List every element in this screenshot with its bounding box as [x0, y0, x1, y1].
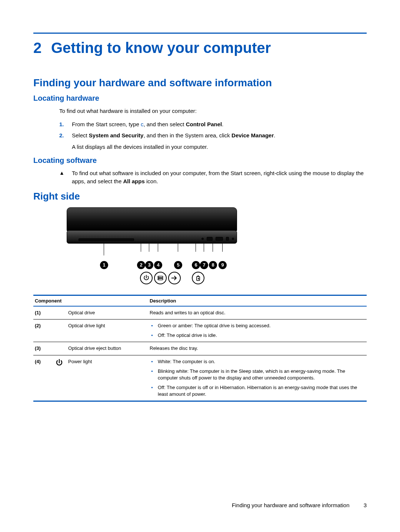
callout-3: 3 — [145, 261, 153, 269]
callout-7: 7 — [200, 261, 208, 269]
svg-point-3 — [159, 279, 159, 280]
locating-software-text: To find out what software is included on… — [72, 169, 367, 185]
step-1-post1: , and then select — [143, 121, 186, 127]
callout-2: 2 — [137, 261, 145, 269]
callout-1: 1 — [100, 261, 108, 269]
row2-desc: Green or amber: The optical drive is bei… — [148, 319, 367, 342]
svg-point-2 — [159, 277, 159, 277]
callout-8: 8 — [209, 261, 217, 269]
big-indicator-icons — [67, 272, 237, 288]
page-footer: Finding your hardware and software infor… — [232, 502, 367, 508]
row3-name: Optical drive eject button — [67, 342, 148, 355]
port-dot — [201, 238, 204, 240]
row2-desc-item2: Off: The optical drive is idle. — [151, 332, 365, 339]
step-1-bold: Control Panel — [186, 121, 222, 127]
ports-strip — [164, 236, 234, 242]
battery-icon — [192, 272, 204, 284]
row3-desc: Releases the disc tray. — [148, 342, 367, 355]
chapter-heading: 2 Getting to know your computer — [33, 40, 367, 56]
row3-num: (3) — [33, 342, 52, 355]
leader-lines — [67, 244, 237, 258]
table-row: (1) Optical drive Reads and writes to an… — [33, 306, 367, 319]
components-table: Component Description (1) Optical drive … — [33, 295, 367, 402]
row1-desc: Reads and writes to an optical disc. — [148, 306, 367, 319]
row3-icon — [52, 342, 67, 355]
row2-desc-item1: Green or amber: The optical drive is bei… — [151, 322, 365, 329]
drive-icon — [154, 272, 167, 284]
power-icon — [55, 358, 64, 367]
port-jack — [226, 237, 229, 241]
table-row: (2) Optical drive light Green or amber: … — [33, 319, 367, 342]
row2-num: (2) — [33, 319, 52, 342]
row4-desc-item3: Off: The computer is off or in Hibernati… — [151, 384, 365, 398]
locating-hardware-intro: To find out what hardware is installed o… — [59, 107, 367, 115]
th-description: Description — [148, 295, 367, 306]
step-1-pre: From the Start screen, type — [72, 121, 141, 127]
row1-name: Optical drive — [67, 306, 148, 319]
note-bold: All apps — [123, 178, 144, 184]
step-2-number: 2. — [59, 131, 72, 151]
table-row: (3) Optical drive eject button Releases … — [33, 342, 367, 355]
step-2-after: A list displays all the devices installe… — [72, 143, 367, 151]
row2-icon — [52, 319, 67, 342]
note-triangle-icon: ▲ — [59, 169, 72, 185]
laptop-lid — [67, 207, 237, 231]
port-usb — [216, 237, 223, 241]
callout-6: 6 — [192, 261, 200, 269]
laptop-illustration — [67, 207, 237, 259]
footer-text: Finding your hardware and software infor… — [232, 502, 350, 508]
row4-name: Power light — [67, 355, 148, 401]
row4-desc-item2: Blinking white: The computer is in the S… — [151, 368, 365, 381]
callout-5: 5 — [174, 261, 182, 269]
section-right-side: Right side — [33, 191, 367, 202]
power-icon — [140, 272, 153, 284]
step-2-pre: Select — [72, 132, 89, 138]
right-side-diagram: 1 2 3 4 5 6 7 8 9 — [67, 207, 237, 288]
chapter-number: 2 — [33, 40, 51, 56]
locating-hardware-steps: 1. From the Start screen, type c, and th… — [59, 120, 367, 151]
row4-icon — [52, 355, 67, 401]
locating-software-note: ▲ To find out what software is included … — [59, 169, 367, 185]
row4-desc: White: The computer is on. Blinking whit… — [148, 355, 367, 401]
port-dot2 — [232, 238, 234, 240]
step-1: 1. From the Start screen, type c, and th… — [59, 120, 367, 129]
callout-4: 4 — [154, 261, 162, 269]
port-hdmi — [207, 237, 213, 241]
step-2: 2. Select System and Security, and then … — [59, 131, 367, 151]
table-row: (4) Power light White: The computer is o… — [33, 355, 367, 401]
optical-drive-slot — [79, 238, 134, 241]
step-2-tail: . — [274, 132, 275, 138]
svg-rect-5 — [197, 275, 199, 277]
table-header-row: Component Description — [33, 295, 367, 306]
callout-9: 9 — [219, 261, 227, 269]
subsection-locating-software: Locating software — [33, 156, 367, 165]
note-pre: To find out what software is included on… — [72, 170, 364, 184]
row4-num: (4) — [33, 355, 52, 401]
section-finding-info: Finding your hardware and software infor… — [33, 77, 367, 89]
chapter-title: Getting to know your computer — [51, 40, 271, 56]
row2-name: Optical drive light — [67, 319, 148, 342]
step-2-bold2: Device Manager — [231, 132, 274, 138]
footer-page-number: 3 — [364, 502, 367, 508]
top-rule — [33, 33, 367, 34]
row1-num: (1) — [33, 306, 52, 319]
subsection-locating-hardware: Locating hardware — [33, 94, 367, 103]
step-1-number: 1. — [59, 120, 72, 129]
row4-desc-item1: White: The computer is on. — [151, 358, 365, 365]
step-2-mid: , and then in the System area, click — [143, 132, 231, 138]
note-post: icon. — [145, 178, 158, 184]
row1-icon — [52, 306, 67, 319]
callout-numbers: 1 2 3 4 5 6 7 8 9 — [67, 260, 237, 270]
th-component: Component — [33, 295, 148, 306]
step-2-text: Select System and Security, and then in … — [72, 131, 367, 151]
step-1-tail: . — [222, 121, 223, 127]
step-2-bold1: System and Security — [89, 132, 144, 138]
step-1-text: From the Start screen, type c, and then … — [72, 120, 367, 129]
hdmi-icon — [168, 272, 181, 284]
